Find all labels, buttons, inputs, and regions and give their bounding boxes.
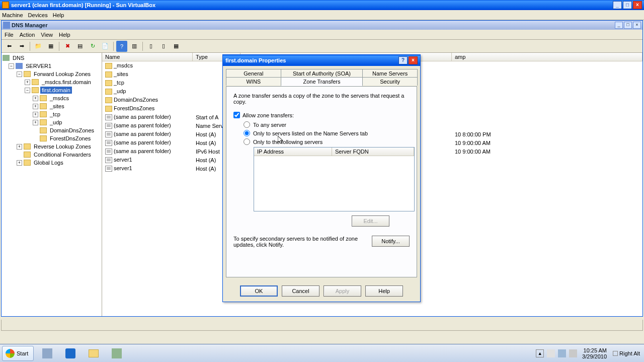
start-button[interactable]: Start [2, 346, 34, 361]
maximize-button[interactable]: □ [623, 1, 632, 9]
help-button[interactable]: Help [365, 285, 403, 297]
tree-rlz[interactable]: Reverse Lookup Zones [32, 143, 93, 150]
tree-dns[interactable]: DNS [11, 54, 26, 61]
edit-button[interactable]: Edit... [352, 215, 389, 227]
col-name[interactable]: Name [102, 53, 193, 61]
tree-cf[interactable]: Conditional Forwarders [32, 151, 93, 158]
tree-server[interactable]: SERVER1 [24, 62, 53, 69]
tree-toggle[interactable]: − [17, 71, 22, 77]
tree-first-domain[interactable]: first.domain [40, 87, 72, 94]
dns-app-icon [3, 22, 10, 29]
task-server-manager[interactable] [37, 346, 57, 361]
menu-view[interactable]: View [41, 32, 53, 38]
tab-soa[interactable]: Start of Authority (SOA) [281, 69, 363, 78]
radio-name-servers-tab[interactable] [244, 130, 250, 136]
tree-udp[interactable]: _udp [48, 119, 63, 126]
tree-flz[interactable]: Forward Lookup Zones [32, 70, 92, 78]
notify-description: To specify secondary servers to be notif… [233, 236, 366, 248]
folder-icon [24, 152, 31, 158]
task-dns-manager[interactable] [107, 346, 127, 361]
menu-help[interactable]: Help [53, 12, 64, 18]
tray-expand-icon[interactable]: ▲ [536, 349, 544, 357]
dialog-close-button[interactable]: × [409, 56, 418, 64]
tree-toggle[interactable]: + [25, 80, 30, 85]
radio-any-server[interactable] [244, 121, 250, 128]
clock-time: 10:25 AM [582, 347, 607, 353]
delete-button[interactable]: ✖ [62, 41, 73, 52]
tree-pane[interactable]: DNS −SERVER1 −Forward Lookup Zones +_msd… [2, 53, 102, 316]
allow-zone-transfers-checkbox[interactable] [233, 112, 240, 118]
row-name: (same as parent folder) [114, 131, 171, 137]
col-ip-address[interactable]: IP Address [254, 148, 332, 156]
dns-menubar: File Action View Help [2, 30, 642, 40]
export-button[interactable]: 📄 [100, 41, 111, 52]
back-button[interactable]: ⬅ [4, 41, 15, 52]
tree-sites[interactable]: _sites [48, 103, 66, 110]
tab-zone-transfers[interactable]: Zone Transfers [281, 77, 363, 86]
task-explorer[interactable] [84, 346, 104, 361]
tray-flag-icon[interactable] [547, 349, 555, 357]
tree-msdcs[interactable]: _msdcs [48, 95, 70, 102]
up-button[interactable]: 📁 [33, 41, 44, 52]
tree-fdz[interactable]: ForestDnsZones [48, 135, 92, 142]
tree-toggle[interactable]: + [33, 104, 38, 109]
help-button[interactable]: ? [116, 41, 127, 52]
toolbar-button[interactable]: ▥ [129, 41, 140, 52]
dns-close-button[interactable]: × [633, 22, 641, 29]
tree-toggle[interactable]: − [9, 63, 14, 69]
folder-icon [105, 89, 112, 95]
dns-maximize-button[interactable]: □ [624, 22, 632, 29]
properties-dialog: first.domain Properties ? × General Star… [222, 54, 421, 302]
tab-security[interactable]: Security [362, 77, 418, 86]
tray-network-icon[interactable] [558, 349, 566, 357]
tree-toggle[interactable]: + [33, 112, 38, 117]
col-timestamp[interactable]: amp [452, 53, 642, 61]
tree-toggle[interactable]: + [33, 96, 38, 101]
cancel-button[interactable]: Cancel [282, 285, 319, 297]
menu-file[interactable]: File [5, 32, 14, 38]
col-server-fqdn[interactable]: Server FQDN [332, 148, 414, 156]
minimize-button[interactable]: _ [613, 1, 622, 9]
dialog-help-button[interactable]: ? [398, 56, 408, 64]
tree-toggle[interactable]: + [17, 144, 22, 150]
tree-toggle[interactable]: − [25, 88, 30, 93]
menu-devices[interactable]: Devices [28, 12, 48, 18]
tree-gl[interactable]: Global Logs [32, 159, 65, 166]
folder-icon [24, 71, 31, 77]
menu-machine[interactable]: Machine [2, 12, 23, 18]
toolbar-button[interactable]: ▦ [171, 41, 182, 52]
ok-button[interactable]: OK [240, 285, 278, 297]
tree-tcp[interactable]: _tcp [48, 111, 62, 118]
radio-following-servers[interactable] [244, 138, 250, 145]
properties-button[interactable]: ▤ [74, 41, 86, 52]
menu-dns-help[interactable]: Help [59, 32, 70, 38]
close-button[interactable]: × [633, 1, 642, 9]
tree-toggle[interactable]: + [33, 120, 38, 125]
clock[interactable]: 10:25 AM 3/29/2010 [582, 347, 607, 359]
notify-button[interactable]: Notify... [372, 236, 410, 247]
virtualbox-menubar: Machine Devices Help [0, 10, 644, 20]
row-timestamp [452, 100, 642, 101]
tree-toggle[interactable]: + [17, 160, 22, 166]
toolbar-button[interactable]: ▯ [145, 41, 156, 52]
menu-action[interactable]: Action [20, 32, 35, 38]
tab-general[interactable]: General [226, 69, 281, 78]
tab-wins[interactable]: WINS [226, 77, 281, 86]
folder-icon [32, 79, 39, 85]
tree-ddz[interactable]: DomainDnsZones [48, 127, 96, 134]
task-powershell[interactable] [60, 346, 80, 361]
tab-name-servers[interactable]: Name Servers [362, 69, 418, 78]
folder-icon [24, 160, 31, 166]
forward-button[interactable]: ➡ [16, 41, 27, 52]
tray-volume-icon[interactable] [569, 349, 577, 357]
refresh-button[interactable]: ↻ [87, 41, 98, 52]
tree-msdcs-fd[interactable]: _msdcs.first.domain [40, 79, 93, 86]
toolbar-button[interactable]: ▯ [158, 41, 169, 52]
row-timestamp: 10 9:00:00 AM [452, 148, 642, 155]
folder-icon [40, 119, 47, 125]
dns-minimize-button[interactable]: _ [615, 22, 623, 29]
server-list-table: IP Address Server FQDN [254, 147, 415, 211]
dialog-titlebar[interactable]: first.domain Properties ? × [223, 55, 420, 66]
apply-button[interactable]: Apply [324, 285, 361, 297]
show-hide-button[interactable]: ▦ [45, 41, 56, 52]
